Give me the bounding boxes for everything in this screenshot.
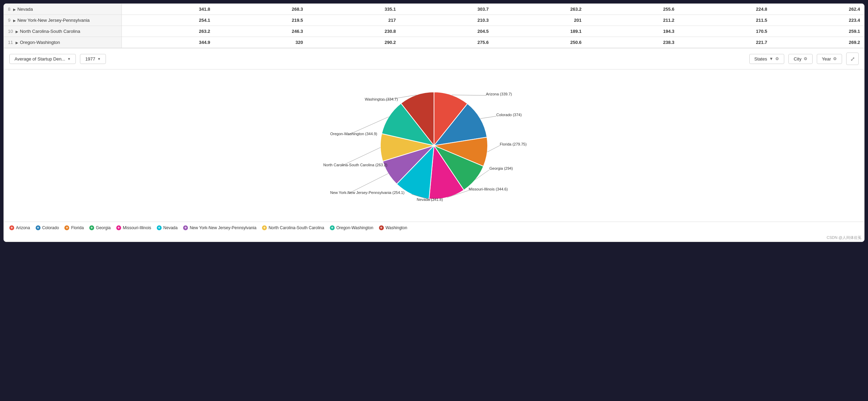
row-value-cell: 170.5 [679,26,771,37]
row-value-cell: 204.5 [400,26,493,37]
row-value-cell: 246.3 [214,26,307,37]
legend-label: New York-New Jersey-Pennsylvania [190,225,256,230]
row-value-cell: 217 [307,15,400,26]
watermark: CSDN @人间体佐菟 [4,234,864,242]
legend-dot: + [379,225,384,230]
expand-chart-button[interactable]: ⤢ [846,53,859,65]
pie-label-north-carolina-south-carolina: North Carolina-South Carolina (263.2) [323,163,387,167]
pie-label-line-Colorado [480,116,496,119]
states-filter-button[interactable]: States ▼ ⚙ [749,54,785,64]
pie-label-arizona: Arizona (339.7) [486,92,512,96]
legend-dot: + [89,225,94,230]
table-section: 8▶Nevada341.8268.3335.1303.7263.2255.622… [4,4,864,48]
states-filter-icon: ▼ [769,56,773,61]
row-label: Oregon-Washington [20,40,60,45]
year-dropdown[interactable]: 1977 ▼ [80,54,106,64]
legend-item-washington[interactable]: + Washington [379,225,407,230]
row-value-cell: 344.9 [121,37,214,48]
row-name-cell: 11▶Oregon-Washington [4,37,121,48]
legend-label: Colorado [42,225,59,230]
row-expand-icon[interactable]: ▶ [16,30,18,34]
legend-item-georgia[interactable]: + Georgia [89,225,111,230]
main-container: 8▶Nevada341.8268.3335.1303.7263.2255.622… [3,3,865,242]
row-number: 11 [8,40,13,45]
row-value-cell: 269.2 [771,37,864,48]
controls-bar: Average of Startup Den... ▼ 1977 ▼ State… [4,48,864,69]
row-number: 8 [8,7,10,12]
metric-label: Average of Startup Den... [15,56,65,62]
legend-item-oregon-washington[interactable]: + Oregon-Washington [330,225,373,230]
row-expand-icon[interactable]: ▶ [13,8,16,11]
row-name-cell: 9▶New York-New Jersey-Pennsylvania [4,15,121,26]
legend-item-new-york-new-jersey-pennsylvania[interactable]: + New York-New Jersey-Pennsylvania [183,225,256,230]
row-value-cell: 223.4 [771,15,864,26]
table-row: 9▶New York-New Jersey-Pennsylvania254.12… [4,15,864,26]
row-value-cell: 250.6 [493,37,586,48]
row-name-cell: 8▶Nevada [4,4,121,15]
metric-dropdown[interactable]: Average of Startup Den... ▼ [9,54,76,64]
row-value-cell: 189.1 [493,26,586,37]
legend-item-florida[interactable]: + Florida [64,225,84,230]
row-value-cell: 194.3 [586,26,678,37]
row-value-cell: 224.8 [679,4,771,15]
row-value-cell: 341.8 [121,4,214,15]
pie-label-oregon-washington: Oregon-Washington (344.9) [330,132,377,136]
row-value-cell: 263.2 [493,4,586,15]
row-number: 10 [8,29,13,34]
chart-legend: + Arizona + Colorado + Florida + Georgia… [4,222,864,234]
table-row: 8▶Nevada341.8268.3335.1303.7263.2255.622… [4,4,864,15]
legend-item-arizona[interactable]: + Arizona [9,225,30,230]
row-value-cell: 238.3 [586,37,678,48]
pie-label-new-york-new-jersey-pennsylvania: New York-New Jersey-Pennsylvania (254.1) [330,190,405,195]
legend-item-nevada[interactable]: + Nevada [157,225,178,230]
metric-chevron-icon: ▼ [67,57,71,61]
row-expand-icon[interactable]: ▶ [16,41,18,45]
table-row: 10▶North Carolina-South Carolina263.2246… [4,26,864,37]
city-filter-button[interactable]: City ⚙ [788,54,812,64]
row-value-cell: 268.3 [214,4,307,15]
pie-label-georgia: Georgia (294) [489,166,513,170]
pie-label-missouri-illinois: Missouri-Illinois (344.6) [469,187,508,191]
pie-chart-wrapper: Arizona (339.7)Colorado (374)Florida (27… [18,76,850,215]
legend-dot: + [330,225,335,230]
year-chevron-icon: ▼ [97,57,101,61]
legend-dot: + [116,225,121,230]
legend-item-north-carolina-south-carolina[interactable]: + North Carolina-South Carolina [262,225,324,230]
row-name-cell: 10▶North Carolina-South Carolina [4,26,121,37]
pie-label-line-Arizona [452,95,486,95]
row-value-cell: 219.5 [214,15,307,26]
legend-label: Missouri-Illinois [123,225,151,230]
legend-dot: + [157,225,162,230]
row-value-cell: 259.1 [771,26,864,37]
year-filter-label: Year [822,56,831,62]
expand-icon: ⤢ [850,56,855,62]
row-value-cell: 263.2 [121,26,214,37]
pie-label-colorado: Colorado (374) [496,113,522,117]
legend-item-colorado[interactable]: + Colorado [36,225,59,230]
table-row: 11▶Oregon-Washington344.9320290.2275.625… [4,37,864,48]
row-value-cell: 262.4 [771,4,864,15]
row-value-cell: 255.6 [586,4,678,15]
row-value-cell: 211.5 [679,15,771,26]
row-value-cell: 210.3 [400,15,493,26]
year-filter-gear-icon: ⚙ [833,56,837,61]
pie-label-florida: Florida (279.75) [500,142,527,146]
legend-dot: + [262,225,267,230]
row-value-cell: 290.2 [307,37,400,48]
legend-label: Nevada [163,225,178,230]
legend-label: Florida [71,225,84,230]
row-expand-icon[interactable]: ▶ [13,19,16,22]
row-label: New York-New Jersey-Pennsylvania [17,18,90,23]
row-value-cell: 254.1 [121,15,214,26]
year-filter-button[interactable]: Year ⚙ [817,54,842,64]
legend-label: North Carolina-South Carolina [269,225,324,230]
year-label: 1977 [85,56,95,62]
legend-item-missouri-illinois[interactable]: + Missouri-Illinois [116,225,151,230]
row-value-cell: 211.2 [586,15,678,26]
city-label: City [794,56,801,62]
pie-chart: Arizona (339.7)Colorado (374)Florida (27… [313,76,555,215]
row-value-cell: 230.8 [307,26,400,37]
legend-label: Oregon-Washington [336,225,373,230]
legend-label: Washington [386,225,407,230]
row-number: 9 [8,18,10,23]
